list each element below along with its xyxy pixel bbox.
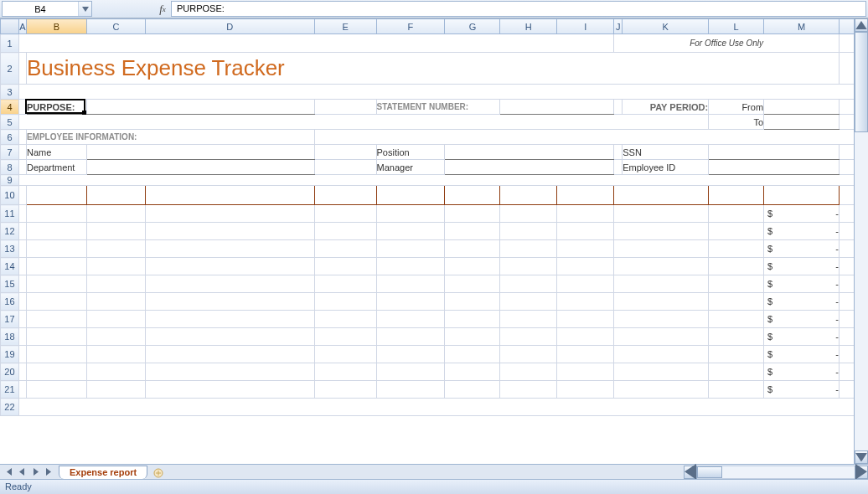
total-cell[interactable]: $-	[764, 205, 840, 223]
formula-bar[interactable]: PURPOSE:	[171, 1, 866, 17]
purpose-value[interactable]	[86, 100, 314, 115]
cell[interactable]	[18, 34, 613, 53]
horizontal-scrollbar[interactable]	[684, 465, 868, 479]
total-cell[interactable]: $-	[764, 311, 840, 328]
select-all-corner[interactable]	[1, 19, 19, 34]
sheet-tab-active[interactable]: Expense report	[59, 466, 147, 479]
row-header-5[interactable]: 5	[1, 115, 19, 130]
row-header-15[interactable]: 15	[1, 275, 19, 293]
tab-nav-last[interactable]	[42, 466, 55, 479]
scroll-down-button[interactable]	[855, 450, 868, 464]
total-cell[interactable]: $-	[764, 240, 840, 258]
col-header-E[interactable]: E	[314, 19, 376, 34]
row-header-2[interactable]: 2	[1, 53, 19, 85]
row-header-13[interactable]: 13	[1, 240, 19, 258]
total-cell[interactable]: $-	[764, 258, 840, 275]
table-row[interactable]	[26, 311, 86, 328]
table-row[interactable]	[26, 258, 86, 275]
row-header-4[interactable]: 4	[1, 100, 19, 115]
name-box-dropdown[interactable]	[78, 2, 91, 16]
row-header-17[interactable]: 17	[1, 311, 19, 328]
scroll-right-button[interactable]	[855, 466, 868, 479]
scroll-left-button[interactable]	[684, 466, 697, 479]
table-row[interactable]	[26, 293, 86, 311]
sheet-tab-bar: Expense report	[0, 464, 868, 479]
col-header-I[interactable]: I	[557, 19, 614, 34]
hscroll-track[interactable]	[697, 466, 855, 479]
th-date: Date	[26, 186, 86, 205]
department-value[interactable]	[86, 160, 314, 175]
hscroll-thumb[interactable]	[697, 466, 722, 478]
row-header-18[interactable]: 18	[1, 328, 19, 346]
table-row[interactable]	[26, 381, 86, 399]
row-header-3[interactable]: 3	[1, 85, 19, 100]
row-header-16[interactable]: 16	[1, 293, 19, 311]
th-account: Account	[86, 186, 145, 205]
tab-nav-next[interactable]	[28, 466, 42, 479]
new-sheet-button[interactable]	[149, 467, 168, 479]
table-row[interactable]	[26, 275, 86, 293]
col-header-G[interactable]: G	[445, 19, 500, 34]
name-value[interactable]	[86, 145, 314, 160]
col-header-D[interactable]: D	[145, 19, 314, 34]
row-header-21[interactable]: 21	[1, 381, 19, 399]
row-header-12[interactable]: 12	[1, 223, 19, 240]
row-header-8[interactable]: 8	[1, 160, 19, 175]
row-header-20[interactable]: 20	[1, 363, 19, 381]
row-header-7[interactable]: 7	[1, 145, 19, 160]
total-cell[interactable]: $-	[764, 363, 840, 381]
pay-period-from-value[interactable]	[764, 100, 840, 115]
col-header-C[interactable]: C	[86, 19, 145, 34]
table-row[interactable]	[26, 205, 86, 223]
col-header-A[interactable]: A	[18, 19, 26, 34]
total-cell[interactable]: $-	[764, 223, 840, 240]
fx-separator	[92, 0, 154, 18]
vertical-scrollbar[interactable]	[854, 18, 868, 464]
col-header-M[interactable]: M	[764, 19, 840, 34]
fx-icon[interactable]: fx	[154, 0, 171, 18]
total-cell[interactable]: $-	[764, 275, 840, 293]
table-row[interactable]	[26, 328, 86, 346]
col-header-F[interactable]: F	[376, 19, 445, 34]
col-header-H[interactable]: H	[500, 19, 557, 34]
position-value[interactable]	[445, 145, 614, 160]
col-header-J[interactable]: J	[614, 19, 623, 34]
row-header-9[interactable]: 9	[1, 175, 19, 186]
th-entertainment: Entertainment	[614, 186, 709, 205]
table-row[interactable]	[26, 223, 86, 240]
row-header-10[interactable]: 10	[1, 186, 19, 205]
total-cell[interactable]: $-	[764, 346, 840, 363]
total-cell[interactable]: $-	[764, 293, 840, 311]
col-header-K[interactable]: K	[623, 19, 709, 34]
statement-number-value[interactable]	[500, 100, 614, 115]
scroll-up-button[interactable]	[855, 18, 868, 32]
total-cell[interactable]: $-	[764, 381, 840, 399]
total-cell[interactable]: $-	[764, 328, 840, 346]
tab-nav-prev[interactable]	[15, 466, 28, 479]
col-header-B[interactable]: B	[26, 19, 86, 34]
row-header-1[interactable]: 1	[1, 34, 19, 53]
th-fuel: Fuel	[445, 186, 500, 205]
vscroll-track[interactable]	[855, 32, 868, 450]
name-box[interactable]: B4	[2, 1, 92, 17]
row-header-22[interactable]: 22	[1, 399, 19, 416]
table-row[interactable]	[26, 363, 86, 381]
ssn-label: SSN	[623, 145, 709, 160]
purpose-label[interactable]: PURPOSE:	[26, 100, 86, 115]
tab-nav-first[interactable]	[2, 466, 15, 479]
employee-id-value[interactable]	[709, 160, 840, 175]
manager-value[interactable]	[445, 160, 614, 175]
table-row[interactable]	[26, 240, 86, 258]
row-header-14[interactable]: 14	[1, 258, 19, 275]
row-header-6[interactable]: 6	[1, 130, 19, 145]
table-row[interactable]	[26, 346, 86, 363]
row-header-11[interactable]: 11	[1, 205, 19, 223]
pay-period-to-value[interactable]	[764, 115, 840, 130]
name-label: Name	[26, 145, 86, 160]
spreadsheet-grid[interactable]: A B C D E F G H I J K L M 1 For Office U…	[0, 18, 868, 464]
ssn-value[interactable]	[709, 145, 840, 160]
col-header-L[interactable]: L	[709, 19, 764, 34]
vscroll-thumb[interactable]	[855, 32, 868, 132]
row-header-19[interactable]: 19	[1, 346, 19, 363]
manager-label: Manager	[376, 160, 445, 175]
